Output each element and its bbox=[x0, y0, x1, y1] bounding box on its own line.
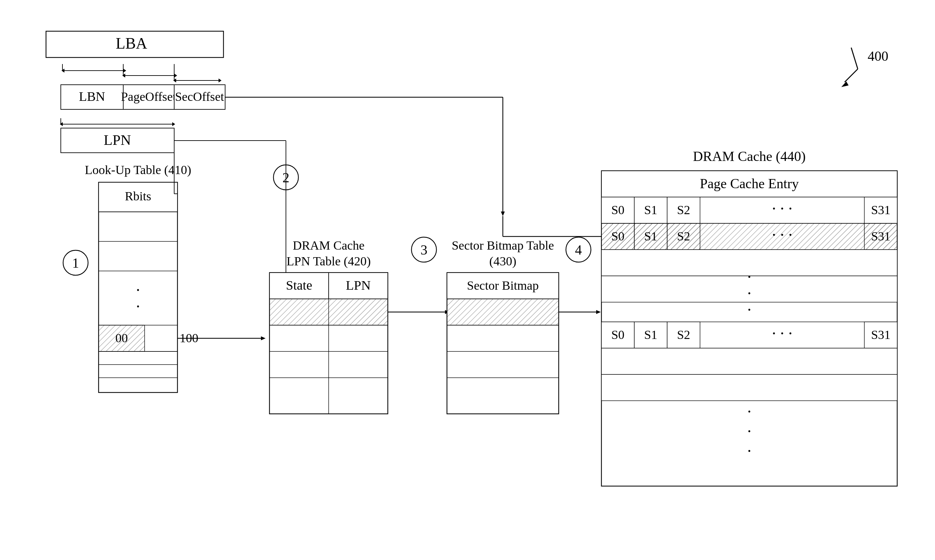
page-cache-entry-label: Page Cache Entry bbox=[700, 176, 799, 191]
svg-line-1 bbox=[851, 48, 858, 69]
svg-marker-49 bbox=[596, 310, 601, 314]
sector-bitmap-hatch-row bbox=[447, 299, 559, 325]
svg-text:· · ·: · · · bbox=[772, 324, 793, 343]
svg-text:S1: S1 bbox=[644, 328, 657, 342]
ref-number-400: 400 bbox=[868, 49, 888, 64]
svg-text:S2: S2 bbox=[677, 203, 690, 217]
svg-text:S31: S31 bbox=[871, 328, 890, 342]
svg-text:·: · bbox=[747, 442, 752, 460]
sector-bitmap-table-label1: Sector Bitmap Table bbox=[451, 238, 554, 252]
svg-text:· · ·: · · · bbox=[772, 226, 793, 244]
rbits-label: Rbits bbox=[125, 189, 151, 203]
svg-text:S0: S0 bbox=[611, 328, 624, 342]
svg-marker-18 bbox=[172, 122, 175, 126]
diagram-container: 400 LBA LBN PageOffset SecOffset LPN Loo… bbox=[0, 0, 935, 560]
svg-marker-19 bbox=[60, 122, 63, 126]
svg-text:S31: S31 bbox=[871, 229, 890, 243]
svg-text:S0: S0 bbox=[611, 203, 624, 217]
main-diagram: 400 LBA LBN PageOffset SecOffset LPN Loo… bbox=[0, 0, 935, 560]
svg-marker-14 bbox=[219, 78, 222, 82]
sector-bitmap-label: Sector Bitmap bbox=[467, 278, 539, 292]
svg-marker-7 bbox=[62, 69, 65, 72]
lba-label: LBA bbox=[116, 34, 147, 52]
svg-text:·: · bbox=[136, 297, 140, 315]
svg-text:·: · bbox=[747, 284, 752, 303]
value-00: 00 bbox=[116, 331, 128, 345]
svg-text:·: · bbox=[136, 281, 140, 299]
circle-3-label: 3 bbox=[421, 242, 428, 257]
state-label: State bbox=[286, 278, 312, 293]
sector-bitmap-table-label2: (430) bbox=[489, 254, 516, 268]
svg-marker-15 bbox=[173, 78, 176, 82]
secoffset-label: SecOffset bbox=[175, 90, 224, 103]
circle-1-label: 1 bbox=[72, 255, 79, 271]
svg-text:·: · bbox=[747, 300, 752, 319]
svg-text:·: · bbox=[747, 268, 752, 286]
svg-text:· · ·: · · · bbox=[772, 199, 793, 218]
dram-cache-lpn-label2: LPN Table (420) bbox=[287, 254, 371, 268]
svg-text:S1: S1 bbox=[644, 229, 657, 243]
lbn-label: LBN bbox=[79, 89, 105, 104]
svg-text:S2: S2 bbox=[677, 229, 690, 243]
svg-line-2 bbox=[845, 69, 858, 82]
svg-text:S2: S2 bbox=[677, 328, 690, 342]
svg-marker-6 bbox=[123, 69, 126, 72]
pageoffset-label: PageOffset bbox=[121, 90, 177, 103]
dram-cache-lpn-label1: DRAM Cache bbox=[293, 238, 365, 252]
svg-text:S0: S0 bbox=[611, 229, 624, 243]
svg-text:·: · bbox=[747, 422, 752, 440]
svg-marker-22 bbox=[501, 212, 505, 216]
lpn-col-label: LPN bbox=[346, 278, 371, 293]
lookup-table-label: Look-Up Table (410) bbox=[85, 163, 191, 177]
svg-text:·: · bbox=[747, 402, 752, 421]
dram-row6 bbox=[601, 348, 897, 374]
dram-cache-label: DRAM Cache (440) bbox=[693, 149, 806, 164]
svg-marker-11 bbox=[122, 74, 125, 77]
svg-text:S31: S31 bbox=[871, 203, 890, 217]
circle-4-label: 4 bbox=[575, 242, 582, 257]
svg-marker-10 bbox=[174, 74, 177, 77]
svg-marker-33 bbox=[261, 336, 265, 340]
svg-text:S1: S1 bbox=[644, 203, 657, 217]
lpn-label: LPN bbox=[103, 132, 131, 148]
dram-row7 bbox=[601, 374, 897, 401]
